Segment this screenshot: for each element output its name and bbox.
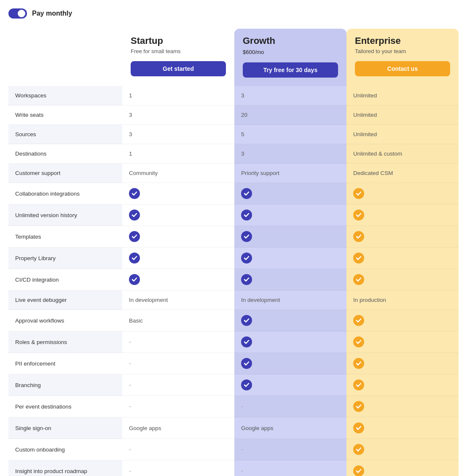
- cell-text-value: Unlimited: [353, 131, 377, 137]
- cell-text-value: 3: [241, 151, 244, 157]
- growth-feature-cell: [234, 247, 346, 269]
- enterprise-feature-cell: [346, 247, 459, 269]
- dash-value: -: [129, 360, 131, 367]
- toggle-knob: [18, 10, 25, 17]
- check-icon: [129, 188, 140, 199]
- growth-feature-cell: -: [234, 439, 346, 460]
- growth-feature-cell: [234, 353, 346, 374]
- feature-label: Per event destinations: [8, 396, 122, 417]
- check-icon: [241, 253, 252, 264]
- cell-text-value: 1: [129, 151, 132, 157]
- feature-label: Branching: [8, 374, 122, 396]
- cell-text-value: In development: [241, 297, 280, 303]
- startup-feature-cell: 1: [122, 86, 234, 105]
- check-icon: [241, 231, 252, 242]
- cell-text-value: Unlimited & custom: [353, 151, 402, 157]
- check-icon: [353, 231, 364, 242]
- feature-label: Unlimited version history: [8, 204, 122, 226]
- dash-value: -: [241, 446, 243, 453]
- cell-text-value: Priority support: [241, 170, 279, 176]
- feature-label: CI/CD integration: [8, 269, 122, 290]
- cell-text-value: Unlimited: [353, 112, 377, 118]
- feature-label: Single sign-on: [8, 417, 122, 439]
- enterprise-feature-cell: [346, 183, 459, 204]
- check-icon: [129, 210, 140, 221]
- feature-label: Workspaces: [8, 86, 122, 105]
- startup-feature-cell: -: [122, 396, 234, 417]
- startup-feature-cell: -: [122, 460, 234, 476]
- feature-label: Roles & permissions: [8, 331, 122, 353]
- cell-text-value: 3: [241, 92, 244, 99]
- startup-feature-cell: -: [122, 331, 234, 353]
- enterprise-plan-subtitle: Tailored to your team: [355, 48, 450, 54]
- feature-label: Write seats: [8, 105, 122, 125]
- feature-label: Customer support: [8, 164, 122, 183]
- enterprise-feature-cell: [346, 269, 459, 290]
- startup-feature-cell: 3: [122, 125, 234, 144]
- check-icon: [353, 210, 364, 221]
- growth-feature-cell: 3: [234, 144, 346, 164]
- enterprise-feature-cell: [346, 226, 459, 247]
- feature-label: Custom onboarding: [8, 439, 122, 460]
- cell-text-value: In development: [129, 297, 168, 303]
- growth-plan-price: $600/mo: [243, 48, 264, 55]
- startup-feature-cell: -: [122, 374, 234, 396]
- startup-feature-cell: Google apps: [122, 417, 234, 439]
- startup-plan-subtitle: Free for small teams: [131, 48, 226, 54]
- enterprise-feature-cell: [346, 396, 459, 417]
- check-icon: [241, 210, 252, 221]
- check-icon: [353, 422, 364, 433]
- feature-label: Live event debugger: [8, 290, 122, 310]
- startup-feature-cell: [122, 183, 234, 204]
- enterprise-feature-cell: [346, 374, 459, 396]
- enterprise-feature-cell: Dedicated CSM: [346, 164, 459, 183]
- enterprise-cta-button[interactable]: Contact us: [355, 61, 450, 76]
- cell-text-value: Basic: [129, 317, 143, 324]
- check-icon: [129, 231, 140, 242]
- check-icon: [241, 358, 252, 369]
- dash-value: -: [241, 403, 243, 410]
- check-icon: [353, 444, 364, 455]
- growth-feature-cell: [234, 331, 346, 353]
- startup-feature-cell: [122, 204, 234, 226]
- check-icon: [241, 336, 252, 347]
- check-icon: [353, 401, 364, 412]
- cell-text-value: In production: [353, 297, 386, 303]
- growth-feature-cell: [234, 374, 346, 396]
- pricing-grid: Startup Free for small teams Get started…: [8, 29, 459, 476]
- dash-value: -: [129, 403, 131, 410]
- feature-label: Templates: [8, 226, 122, 247]
- pay-monthly-toggle[interactable]: [8, 8, 27, 19]
- enterprise-plan-name: Enterprise: [355, 35, 450, 46]
- startup-feature-cell: Community: [122, 164, 234, 183]
- cell-text-value: 3: [129, 112, 132, 118]
- feature-label: Destinations: [8, 144, 122, 164]
- startup-cta-button[interactable]: Get started: [131, 61, 226, 76]
- growth-feature-cell: 20: [234, 105, 346, 125]
- growth-feature-cell: [234, 183, 346, 204]
- dash-value: -: [129, 338, 131, 346]
- enterprise-feature-cell: In production: [346, 290, 459, 310]
- dash-value: -: [129, 467, 131, 475]
- startup-feature-cell: 1: [122, 144, 234, 164]
- growth-cta-button[interactable]: Try free for 30 days: [243, 62, 338, 78]
- startup-feature-cell: -: [122, 353, 234, 374]
- enterprise-feature-cell: [346, 331, 459, 353]
- enterprise-feature-cell: Unlimited & custom: [346, 144, 459, 164]
- toggle-label: Pay monthly: [32, 10, 72, 17]
- growth-feature-cell: [234, 269, 346, 290]
- growth-feature-cell: 3: [234, 86, 346, 105]
- cell-text-value: Community: [129, 170, 158, 176]
- cell-text-value: 3: [129, 131, 132, 137]
- feature-label: Property Library: [8, 247, 122, 269]
- check-icon: [353, 336, 364, 347]
- feature-label: PII enforcement: [8, 353, 122, 374]
- growth-feature-cell: Google apps: [234, 417, 346, 439]
- startup-plan-header: Startup Free for small teams Get started: [122, 29, 234, 86]
- check-icon: [353, 465, 364, 476]
- startup-feature-cell: [122, 247, 234, 269]
- cell-text-value: 5: [241, 131, 244, 137]
- check-icon: [241, 274, 252, 285]
- check-icon: [353, 315, 364, 326]
- growth-plan-header: Growth $600/mo Try free for 30 days: [234, 29, 346, 86]
